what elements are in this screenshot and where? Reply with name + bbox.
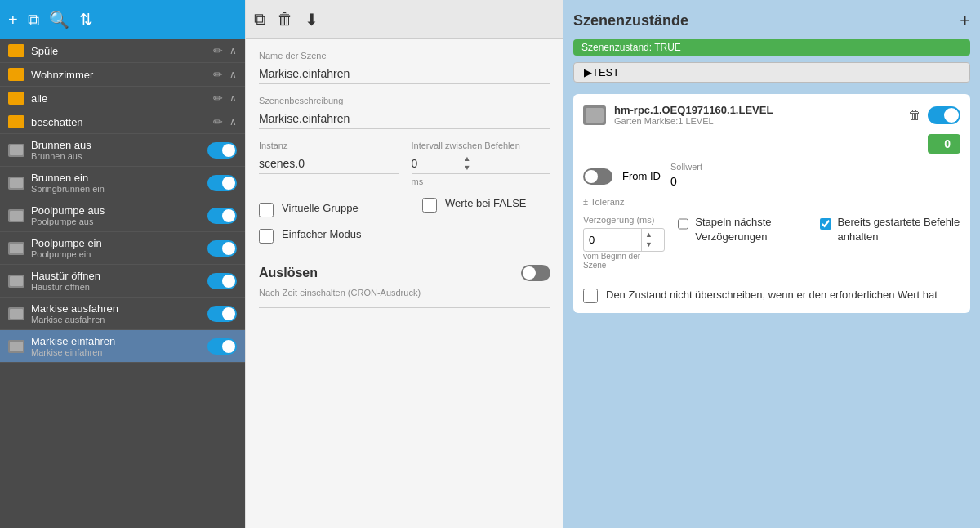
divider bbox=[259, 307, 550, 308]
bereits-checkbox[interactable] bbox=[820, 217, 831, 231]
sidebar-item-beschatten[interactable]: beschatten ✏ ∧ bbox=[0, 110, 245, 134]
toggle-switch[interactable] bbox=[207, 338, 237, 355]
folder-icon bbox=[8, 92, 24, 105]
edit-icon[interactable]: ✏ bbox=[213, 44, 223, 57]
toggle-switch[interactable] bbox=[207, 175, 237, 191]
delay-up[interactable]: ▲ bbox=[645, 230, 653, 240]
toggle-switch[interactable] bbox=[207, 142, 237, 159]
sidebar-item-wohnzimmer[interactable]: Wohnzimmer ✏ ∧ bbox=[0, 63, 245, 87]
trash-icon[interactable]: 🗑 bbox=[277, 10, 293, 29]
stapeln-checkbox[interactable] bbox=[678, 217, 688, 231]
delay-input-wrap: ▲ ▼ bbox=[583, 228, 665, 252]
werte-bei-false-checkbox[interactable] bbox=[422, 198, 437, 213]
virtuelle-gruppe-checkbox[interactable] bbox=[259, 203, 274, 217]
edit-icon[interactable]: ✏ bbox=[213, 92, 223, 105]
state-badge: Szenenzustand: TRUE bbox=[573, 39, 970, 56]
scene-title: Poolpumpe aus bbox=[31, 204, 201, 217]
chevron-icon[interactable]: ∧ bbox=[229, 92, 237, 104]
no-overwrite-checkbox[interactable] bbox=[583, 289, 598, 303]
delay-sublabel: vom Beginn der Szene bbox=[583, 252, 665, 270]
sidebar-item-brunnen-ein[interactable]: Brunnen ein Springbrunnen ein bbox=[0, 167, 245, 199]
folder-label: alle bbox=[31, 92, 207, 105]
auslosen-toggle[interactable] bbox=[521, 265, 550, 281]
delay-down[interactable]: ▼ bbox=[645, 240, 653, 250]
sidebar-item-haustur-offnen[interactable]: Haustür öffnen Haustür öffnen bbox=[0, 265, 245, 298]
sidebar-item-markise-einfahren[interactable]: Markise einfahren Markise einfahren bbox=[0, 330, 245, 363]
folder-icon bbox=[8, 115, 24, 128]
no-overwrite-label: Den Zustand nicht überschreiben, wenn er… bbox=[606, 287, 938, 303]
scene-subtitle: Haustür öffnen bbox=[31, 282, 201, 292]
scene-icon bbox=[8, 177, 24, 190]
intervall-input[interactable] bbox=[412, 154, 461, 173]
toggle-switch[interactable] bbox=[207, 208, 237, 224]
intervall-wrap: ▲ ▼ bbox=[412, 154, 551, 174]
search-icon[interactable]: 🔍 bbox=[49, 10, 69, 29]
edit-icon[interactable]: ✏ bbox=[213, 115, 223, 128]
einfacher-modus-row: Einfacher Modus bbox=[259, 227, 550, 244]
copy-icon[interactable]: ⧉ bbox=[254, 10, 265, 29]
einfacher-modus-checkbox[interactable] bbox=[259, 229, 274, 244]
add-icon[interactable]: + bbox=[8, 11, 18, 29]
delay-label: Verzögerung (ms) bbox=[583, 215, 665, 225]
sort-icon[interactable]: ⇅ bbox=[79, 10, 93, 29]
toggle-switch[interactable] bbox=[207, 240, 237, 257]
scene-subtitle: Markise ausfahren bbox=[31, 315, 201, 324]
scene-subtitle: Poolpumpe aus bbox=[31, 217, 201, 226]
intervall-group: Intervall zwischen Befehlen ▲ ▼ ms bbox=[412, 141, 551, 186]
scene-icon bbox=[8, 144, 24, 157]
toleranz-label: ± Toleranz bbox=[583, 197, 960, 207]
copy-icon[interactable]: ⧉ bbox=[28, 11, 39, 29]
toggle-switch[interactable] bbox=[207, 273, 237, 289]
stapeln-label: Stapeln nächste Verzögerungen bbox=[695, 215, 807, 244]
instanz-select[interactable]: scenes.0 bbox=[259, 154, 399, 174]
sidebar-item-poolpumpe-ein[interactable]: Poolpumpe ein Poolpumpe ein bbox=[0, 232, 245, 265]
add-state-button[interactable]: + bbox=[960, 10, 970, 31]
sidebar-item-poolpumpe-aus[interactable]: Poolpumpe aus Poolpumpe aus bbox=[0, 199, 245, 232]
no-overwrite-row: Den Zustand nicht überschreiben, wenn er… bbox=[583, 280, 960, 303]
chevron-icon[interactable]: ∧ bbox=[229, 116, 237, 128]
scene-subtitle: Brunnen aus bbox=[31, 151, 201, 161]
card-bottom-row: Verzögerung (ms) ▲ ▼ vom Beginn der Szen… bbox=[583, 215, 960, 270]
scene-icon bbox=[8, 209, 24, 222]
edit-icon[interactable]: ✏ bbox=[213, 68, 223, 81]
scene-subtitle: Poolpumpe ein bbox=[31, 249, 201, 259]
sidebar-item-brunnen-aus[interactable]: Brunnen aus Brunnen aus bbox=[0, 134, 245, 167]
sidebar-item-spule[interactable]: Spüle ✏ ∧ bbox=[0, 39, 245, 63]
intervall-up[interactable]: ▲ bbox=[464, 154, 471, 163]
sidebar-item-markise-ausfahren[interactable]: Markise ausfahren Markise ausfahren bbox=[0, 298, 245, 330]
virtuelle-gruppe-label: Virtuelle Gruppe bbox=[282, 201, 359, 216]
sollwert-input[interactable] bbox=[670, 173, 719, 190]
toggle-switch[interactable] bbox=[207, 306, 237, 322]
test-button-label: ▶TEST bbox=[584, 66, 619, 78]
intervall-down[interactable]: ▼ bbox=[464, 163, 471, 172]
name-input[interactable] bbox=[259, 64, 550, 84]
right-panel: Szenenzustände + Szenenzustand: TRUE ▶TE… bbox=[564, 0, 980, 528]
from-id-label: From ID bbox=[622, 170, 661, 182]
sidebar-item-alle[interactable]: alle ✏ ∧ bbox=[0, 87, 245, 110]
download-icon[interactable]: ⬇ bbox=[305, 10, 318, 29]
card-trash-icon[interactable]: 🗑 bbox=[908, 108, 921, 123]
scene-title: Markise ausfahren bbox=[31, 302, 201, 315]
auslosen-label: Auslösen bbox=[259, 266, 318, 280]
scene-icon bbox=[8, 275, 24, 288]
bereits-label: Bereits gestartete Befehle anhalten bbox=[838, 215, 960, 244]
from-id-toggle[interactable] bbox=[583, 168, 612, 185]
test-button[interactable]: ▶TEST bbox=[573, 62, 970, 83]
device-name: hm-rpc.1.OEQ1971160.1.LEVEL bbox=[614, 104, 900, 116]
desc-input[interactable] bbox=[259, 109, 550, 129]
chevron-icon[interactable]: ∧ bbox=[229, 69, 237, 80]
folder-label: Spüle bbox=[31, 45, 207, 57]
device-sub: Garten Markise:1 LEVEL bbox=[614, 116, 900, 126]
from-id-row: From ID Sollwert bbox=[583, 162, 960, 190]
scene-state-card: hm-rpc.1.OEQ1971160.1.LEVEL Garten Marki… bbox=[573, 94, 970, 313]
folder-icon bbox=[8, 44, 24, 57]
scene-title: Brunnen aus bbox=[31, 139, 201, 151]
instanz-group: Instanz scenes.0 bbox=[259, 141, 399, 186]
scene-subtitle: Springbrunnen ein bbox=[31, 184, 201, 194]
middle-panel: ⧉ 🗑 ⬇ Name der Szene Szenenbeschreibung … bbox=[245, 0, 564, 528]
middle-content: Name der Szene Szenenbeschreibung Instan… bbox=[246, 39, 564, 528]
chevron-icon[interactable]: ∧ bbox=[229, 45, 237, 56]
folder-label: Wohnzimmer bbox=[31, 69, 207, 81]
delay-input[interactable] bbox=[584, 230, 641, 249]
card-toggle[interactable] bbox=[928, 106, 960, 124]
